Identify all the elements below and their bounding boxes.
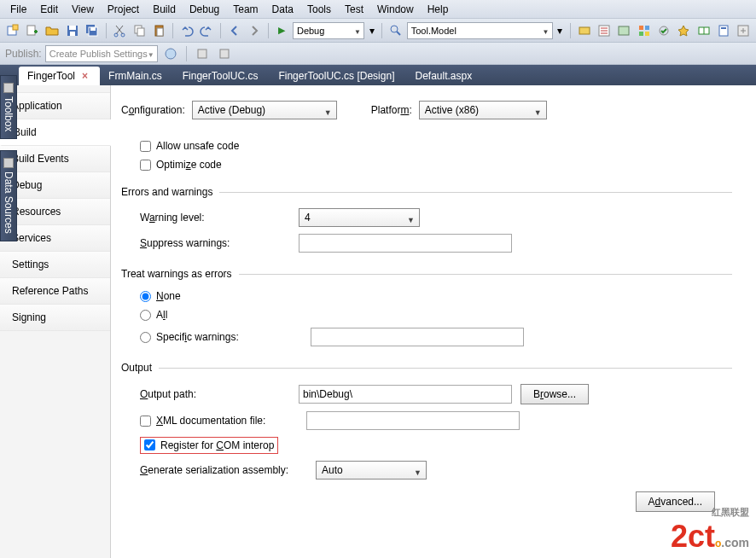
document-tabs: FingerTool× FrmMain.cs FingerToolUC.cs F… [0, 65, 756, 85]
config-combo[interactable]: Debug [293, 22, 364, 39]
svg-rect-5 [70, 32, 75, 36]
platform-combo-build[interactable]: Active (x86) [419, 101, 547, 119]
menu-view[interactable]: View [65, 2, 101, 17]
svg-point-15 [391, 26, 398, 32]
svg-rect-1 [13, 25, 18, 30]
treat-all-radio[interactable] [140, 310, 151, 321]
start-debug-icon[interactable]: ▶ [273, 21, 291, 40]
redo-icon[interactable] [198, 21, 216, 40]
allow-unsafe-checkbox[interactable] [140, 141, 151, 152]
configuration-label: Configuration: [121, 104, 185, 116]
menu-edit[interactable]: Edit [33, 2, 65, 17]
undo-icon[interactable] [177, 21, 195, 40]
nav-reference-paths[interactable]: Reference Paths [0, 278, 110, 305]
configuration-combo[interactable]: Active (Debug) [192, 101, 337, 119]
warning-level-label: Warning level: [140, 212, 290, 224]
nav-back-icon[interactable] [225, 21, 243, 40]
menu-debug[interactable]: Debug [183, 2, 226, 17]
build-page: Configuration: Active (Debug) Platform: … [111, 85, 756, 558]
svg-rect-18 [619, 26, 629, 35]
open-icon[interactable] [44, 21, 61, 40]
new-project-icon[interactable] [3, 21, 21, 40]
tab-default-aspx[interactable]: Default.aspx [406, 67, 484, 85]
suppress-warnings-label: Suppress warnings: [140, 237, 290, 249]
tab-fingertooluc-design[interactable]: FingerToolUC.cs [Design] [270, 67, 406, 85]
ext7-icon[interactable] [695, 21, 712, 40]
output-path-input[interactable] [299, 385, 512, 404]
output-path-label: Output path: [140, 388, 290, 400]
tab-fingertool[interactable]: FingerTool× [19, 67, 100, 85]
ext2-icon[interactable] [595, 21, 613, 40]
menu-team[interactable]: Team [226, 2, 265, 17]
menu-test[interactable]: Test [338, 2, 370, 17]
nav-fwd-icon[interactable] [245, 21, 263, 40]
svg-rect-16 [579, 27, 590, 34]
ext6-icon[interactable] [675, 21, 693, 40]
tab-frmmain[interactable]: FrmMain.cs [100, 67, 174, 85]
tab-fingertooluc[interactable]: FingerToolUC.cs [174, 67, 270, 85]
output-header: Output [121, 362, 152, 374]
save-icon[interactable] [63, 21, 81, 40]
paste-icon[interactable] [150, 21, 168, 40]
svg-rect-22 [645, 32, 649, 36]
allow-unsafe-label: Allow unsafe code [156, 140, 239, 152]
menu-project[interactable]: Project [101, 2, 146, 17]
copy-icon[interactable] [131, 21, 148, 40]
gen-serial-combo[interactable]: Auto [316, 461, 427, 480]
menu-window[interactable]: Window [370, 2, 421, 17]
config-dropdown-icon[interactable]: ▾ [366, 21, 378, 40]
errors-warnings-header: Errors and warnings [121, 186, 212, 198]
menu-bar: File Edit View Project Build Debug Team … [0, 0, 756, 19]
nav-settings[interactable]: Settings [0, 252, 110, 278]
toolbox-panel-tab[interactable]: Toolbox [0, 75, 17, 139]
datasources-panel-tab[interactable]: Data Sources [0, 150, 17, 241]
register-com-checkbox[interactable] [144, 439, 155, 450]
platform-combo[interactable]: Tool.Model [407, 22, 553, 39]
menu-file[interactable]: File [3, 2, 33, 17]
browse-button[interactable]: Browse... [520, 384, 589, 404]
suppress-warnings-input[interactable] [299, 234, 512, 253]
ext3-icon[interactable] [615, 21, 633, 40]
menu-tools[interactable]: Tools [300, 2, 338, 17]
publish-label: Publish: [5, 48, 42, 60]
ext1-icon[interactable] [575, 21, 593, 40]
menu-help[interactable]: Help [421, 2, 456, 17]
xml-doc-checkbox[interactable] [140, 416, 151, 427]
ext5-icon[interactable] [654, 21, 672, 40]
publish-combo[interactable]: Create Publish Settings [45, 45, 158, 62]
svg-rect-4 [69, 26, 76, 30]
ext4-icon[interactable] [635, 21, 653, 40]
treat-warnings-header: Treat warnings as errors [121, 268, 232, 280]
ext9-icon[interactable] [735, 21, 753, 40]
register-com-label: Register for COM interop [160, 439, 274, 451]
svg-rect-20 [645, 26, 649, 30]
platform-dropdown-icon[interactable]: ▾ [555, 21, 567, 40]
warning-level-combo[interactable]: 4 [299, 208, 420, 227]
main-toolbar: ▶ Debug ▾ Tool.Model ▾ [0, 19, 756, 43]
svg-point-28 [166, 49, 176, 59]
specific-warnings-input[interactable] [311, 328, 524, 346]
cut-icon[interactable] [111, 21, 129, 40]
datasources-icon [3, 158, 14, 168]
find-icon[interactable] [387, 21, 404, 40]
treat-none-radio[interactable] [140, 291, 151, 302]
gen-serial-label: Generate serialization assembly: [140, 464, 307, 476]
nav-signing[interactable]: Signing [0, 305, 110, 331]
treat-none-label: None [156, 290, 181, 302]
add-item-icon[interactable] [23, 21, 41, 40]
svg-rect-26 [721, 27, 726, 29]
publish-btn-icon[interactable] [161, 44, 180, 63]
menu-build[interactable]: Build [146, 2, 183, 17]
close-icon[interactable]: × [82, 70, 88, 82]
publish-ext2-icon[interactable] [215, 44, 234, 63]
xml-doc-input[interactable] [306, 411, 520, 430]
treat-specific-radio[interactable] [140, 332, 151, 343]
publish-ext1-icon[interactable] [193, 44, 212, 63]
ext8-icon[interactable] [714, 21, 732, 40]
menu-data[interactable]: Data [265, 2, 300, 17]
save-all-icon[interactable] [83, 21, 101, 40]
svg-rect-30 [220, 49, 229, 58]
register-com-highlight: Register for COM interop [140, 437, 278, 454]
optimize-checkbox[interactable] [140, 160, 151, 171]
svg-rect-12 [137, 28, 144, 36]
